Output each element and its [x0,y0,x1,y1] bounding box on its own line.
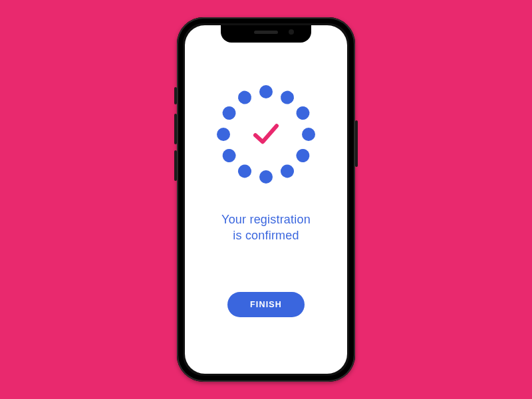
phone-notch [221,25,311,43]
finish-button[interactable]: FINISH [227,292,305,317]
phone-speaker [254,31,278,34]
phone-mockup: Your registration is confirmed FINISH [177,17,355,382]
stage: Your registration is confirmed FINISH [0,0,532,399]
phone-volume-down [174,150,177,181]
phone-screen: Your registration is confirmed FINISH [185,25,347,374]
progress-ring-icon [213,81,319,188]
phone-front-camera [289,29,294,35]
phone-power-button [355,120,358,167]
phone-volume-up [174,114,177,144]
confirmation-panel: Your registration is confirmed FINISH [185,25,347,374]
confirmation-message-line2: is confirmed [221,227,311,243]
confirmation-message-line1: Your registration [221,211,311,227]
confirmation-message: Your registration is confirmed [221,211,311,244]
phone-mute-switch [174,87,177,104]
check-icon [250,120,282,147]
